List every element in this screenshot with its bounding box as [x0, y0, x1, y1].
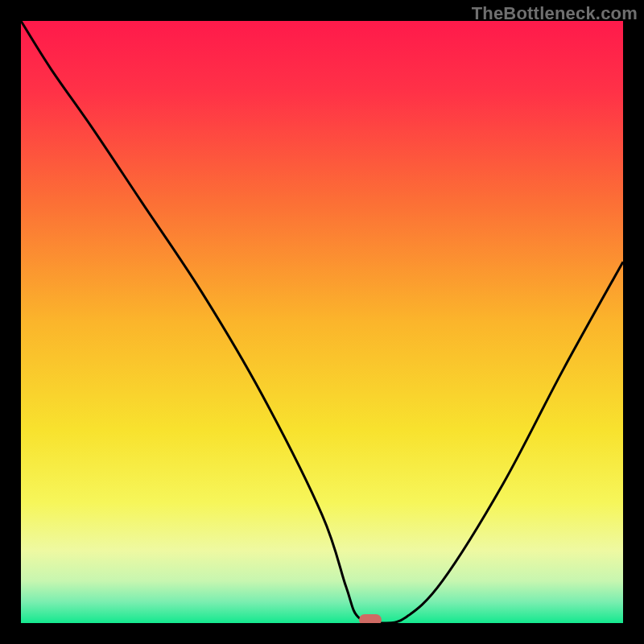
optimal-marker: [359, 614, 382, 623]
bottleneck-curve: [21, 21, 623, 623]
plot-area: [21, 21, 623, 623]
watermark-text: TheBottleneck.com: [472, 3, 638, 24]
chart-container: TheBottleneck.com: [0, 0, 644, 644]
